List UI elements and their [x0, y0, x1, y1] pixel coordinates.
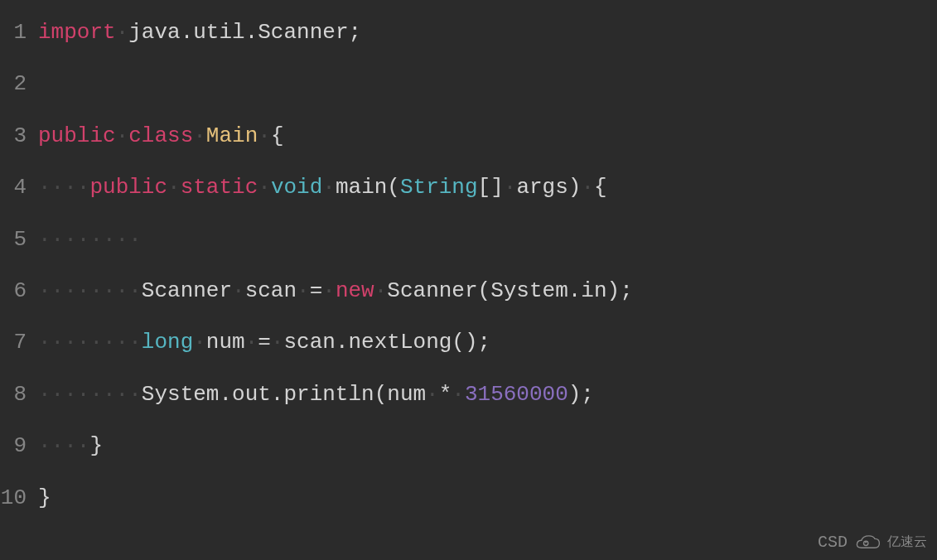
code-line[interactable]: 2 — [0, 58, 937, 109]
code-content[interactable]: ········ — [38, 214, 937, 265]
code-token: · — [504, 175, 517, 200]
code-token: long — [142, 330, 193, 355]
code-token: [] — [478, 175, 504, 200]
code-line[interactable]: 8········System.out.println(num·*·315600… — [0, 369, 937, 420]
code-token: · — [452, 382, 465, 407]
code-token: class — [128, 123, 193, 148]
code-token: scan.nextLong(); — [284, 330, 491, 355]
code-token: = — [310, 278, 323, 303]
code-line[interactable]: 5········ — [0, 214, 937, 265]
line-number: 1 — [0, 7, 38, 58]
code-token: · — [258, 175, 271, 200]
code-token: static — [181, 175, 258, 200]
code-token: Main — [206, 123, 258, 148]
code-token: main( — [336, 175, 400, 200]
code-token: new — [336, 278, 374, 303]
code-content[interactable]: import·java.util.Scanner; — [38, 7, 937, 58]
line-number: 2 — [0, 58, 38, 109]
code-token: = — [258, 330, 271, 355]
code-token: void — [271, 175, 322, 200]
code-token: · — [193, 330, 206, 355]
code-token: ········ — [38, 382, 142, 407]
code-content[interactable]: ········System.out.println(num·*·3156000… — [38, 369, 937, 420]
code-token: String — [400, 175, 478, 200]
code-token: · — [258, 123, 271, 148]
code-token: · — [426, 382, 439, 407]
watermark: CSD 亿速云 — [818, 532, 927, 552]
code-token: scan — [245, 278, 297, 303]
code-token: num — [206, 330, 245, 355]
code-token: · — [116, 123, 129, 148]
code-token: · — [232, 278, 245, 303]
code-line[interactable]: 6········Scanner·scan·=·new·Scanner(Syst… — [0, 265, 937, 316]
code-token: · — [167, 175, 181, 200]
code-token: · — [322, 175, 336, 200]
code-token: * — [439, 382, 452, 407]
code-token: public — [38, 123, 116, 148]
line-number: 9 — [0, 420, 38, 471]
watermark-text-csdn: CSD — [818, 533, 848, 552]
code-token: · — [116, 20, 129, 45]
code-content[interactable]: } — [38, 472, 937, 524]
code-token: { — [594, 175, 607, 200]
line-number: 5 — [0, 214, 38, 265]
code-line[interactable]: 3public·class·Main·{ — [0, 110, 937, 162]
cloud-icon — [852, 532, 882, 552]
code-token: · — [193, 123, 206, 148]
code-line[interactable]: 10} — [0, 472, 937, 524]
watermark-text-chinese: 亿速云 — [887, 533, 927, 551]
code-token: 31560000 — [465, 382, 568, 407]
code-token: Scanner(System.in); — [387, 278, 632, 303]
code-token: ···· — [38, 175, 89, 200]
code-line[interactable]: 7········long·num·=·scan.nextLong(); — [0, 316, 937, 368]
code-token: { — [271, 123, 284, 148]
code-token: System.out.println(num — [142, 382, 426, 407]
code-content[interactable]: public·class·Main·{ — [38, 110, 937, 162]
code-editor[interactable]: 1import·java.util.Scanner;23public·class… — [0, 7, 937, 524]
code-token: Scanner — [142, 278, 232, 303]
line-number: 8 — [0, 369, 38, 420]
code-content[interactable]: ····} — [38, 420, 937, 471]
code-token: import — [38, 20, 116, 45]
code-token: } — [38, 485, 51, 510]
line-number: 7 — [0, 316, 38, 368]
code-line[interactable]: 1import·java.util.Scanner; — [0, 7, 937, 58]
code-token: public — [89, 175, 167, 200]
code-token: ········ — [38, 278, 142, 303]
line-number: 4 — [0, 162, 38, 213]
code-token: · — [322, 278, 336, 303]
code-token: args) — [516, 175, 581, 200]
code-token: ········ — [38, 227, 142, 252]
line-number: 3 — [0, 110, 38, 162]
code-token: · — [245, 330, 258, 355]
code-content[interactable]: ········Scanner·scan·=·new·Scanner(Syste… — [38, 265, 937, 316]
code-line[interactable]: 4····public·static·void·main(String[]·ar… — [0, 162, 937, 213]
code-token: · — [374, 278, 388, 303]
code-token: ···· — [38, 433, 89, 458]
line-number: 6 — [0, 265, 38, 316]
line-number: 10 — [0, 472, 38, 524]
code-token: } — [89, 433, 103, 458]
code-content[interactable]: ········long·num·=·scan.nextLong(); — [38, 316, 937, 368]
code-content[interactable]: ····public·static·void·main(String[]·arg… — [38, 162, 937, 213]
code-token: java.util.Scanner; — [128, 20, 361, 45]
code-token: · — [581, 175, 594, 200]
code-token: · — [271, 330, 284, 355]
code-token: ········ — [38, 330, 142, 355]
code-token: · — [297, 278, 310, 303]
code-line[interactable]: 9····} — [0, 420, 937, 471]
code-token: ); — [568, 382, 594, 407]
